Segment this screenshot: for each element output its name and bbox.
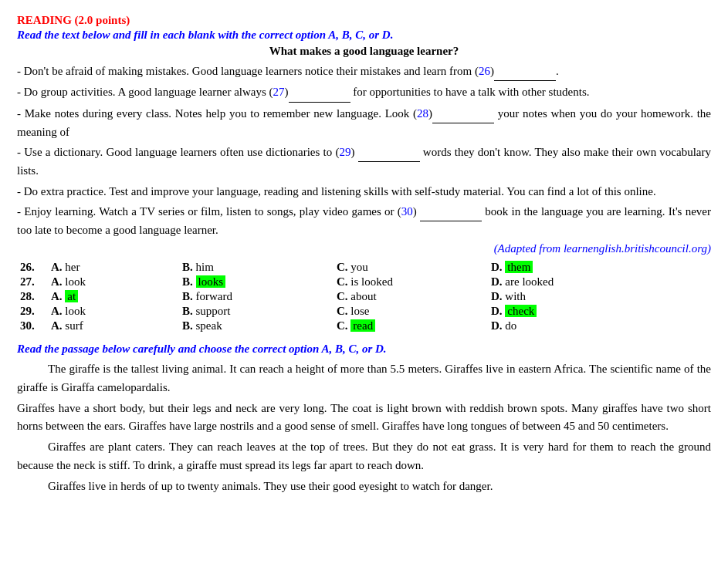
q26-d: D. them <box>488 260 711 275</box>
q27-num: 27. <box>17 275 48 289</box>
giraffe-para-4: Giraffes live in herds of up to twenty a… <box>17 478 711 495</box>
giraffe-para-2: Giraffes have a short body, but their le… <box>17 400 711 436</box>
q28-num: 28. <box>17 289 48 304</box>
q27-b: B. looks <box>179 275 334 289</box>
blank-num-26: 26 <box>479 65 490 77</box>
section-title: What makes a good language learner? <box>17 45 711 58</box>
blank-29 <box>358 143 420 162</box>
answer-row-28: 28. A. at B. forward C. about D. with <box>17 289 711 304</box>
q30-b: B. speak <box>179 319 334 333</box>
paragraph-3: - Make notes during every class. Notes h… <box>17 105 711 142</box>
answers-table: 26. A. her B. him C. you D. them 27. A. … <box>17 260 711 333</box>
q30-a: A. surf <box>48 319 179 333</box>
q29-a: A. look <box>48 304 179 319</box>
instruction1: Read the text below and fill in each bla… <box>17 29 711 42</box>
q26-num: 26. <box>17 260 48 275</box>
passage-text: - Don't be afraid of making mistakes. Go… <box>17 62 711 239</box>
giraffe-passage: The giraffe is the tallest living animal… <box>17 360 711 495</box>
q29-c: C. lose <box>334 304 488 319</box>
q30-correct: read <box>350 319 375 332</box>
q26-a: A. her <box>48 260 179 275</box>
blank-num-28: 28 <box>417 107 428 120</box>
paragraph-6: - Enjoy learning. Watch a TV series or f… <box>17 203 711 240</box>
paragraph-1: - Don't be afraid of making mistakes. Go… <box>17 62 711 81</box>
q28-a: A. at <box>48 289 179 304</box>
q26-c: C. you <box>334 260 488 275</box>
adapted-source: (Adapted from learnenglish.britishcounci… <box>17 242 711 255</box>
blank-30 <box>420 203 482 221</box>
q29-b: B. support <box>179 304 334 319</box>
answer-row-29: 29. A. look B. support C. lose D. check <box>17 304 711 319</box>
q30-c: C. read <box>334 319 488 333</box>
q30-d: D. do <box>488 319 711 333</box>
paragraph-2: - Do group activities. A good language l… <box>17 83 711 102</box>
q27-d: D. are looked <box>488 275 711 289</box>
q29-correct: check <box>505 305 537 317</box>
q29-d: D. check <box>488 304 711 319</box>
reading-section: READING (2.0 points) Read the text below… <box>17 14 711 495</box>
q28-d: D. with <box>488 289 711 304</box>
paragraph-4: - Use a dictionary. Good language learne… <box>17 143 711 181</box>
q30-num: 30. <box>17 319 48 333</box>
blank-27 <box>289 83 350 102</box>
q27-a: A. look <box>48 275 179 289</box>
q26-correct: them <box>505 261 533 273</box>
giraffe-para-3: Giraffes are plant caters. They can reac… <box>17 438 711 474</box>
q28-c: C. about <box>334 289 488 304</box>
answer-row-26: 26. A. her B. him C. you D. them <box>17 260 711 275</box>
q27-c: C. is looked <box>334 275 488 289</box>
blank-26 <box>494 62 556 81</box>
q28-correct: at <box>65 290 78 302</box>
q29-num: 29. <box>17 304 48 319</box>
instruction2: Read the passage below carefully and cho… <box>17 343 711 356</box>
answer-row-27: 27. A. look B. looks C. is looked D. are… <box>17 275 711 289</box>
q28-b: B. forward <box>179 289 334 304</box>
paragraph-5: - Do extra practice. Test and improve yo… <box>17 183 711 201</box>
blank-28 <box>432 105 494 123</box>
blank-num-30: 30 <box>401 205 413 218</box>
blank-num-29: 29 <box>339 146 350 158</box>
q27-correct: looks <box>196 275 226 288</box>
giraffe-para-1: The giraffe is the tallest living animal… <box>17 360 711 397</box>
blank-num-27: 27 <box>273 86 285 98</box>
answer-row-30: 30. A. surf B. speak C. read D. do <box>17 319 711 333</box>
reading-title: READING (2.0 points) <box>17 14 711 27</box>
q26-b: B. him <box>179 260 334 275</box>
